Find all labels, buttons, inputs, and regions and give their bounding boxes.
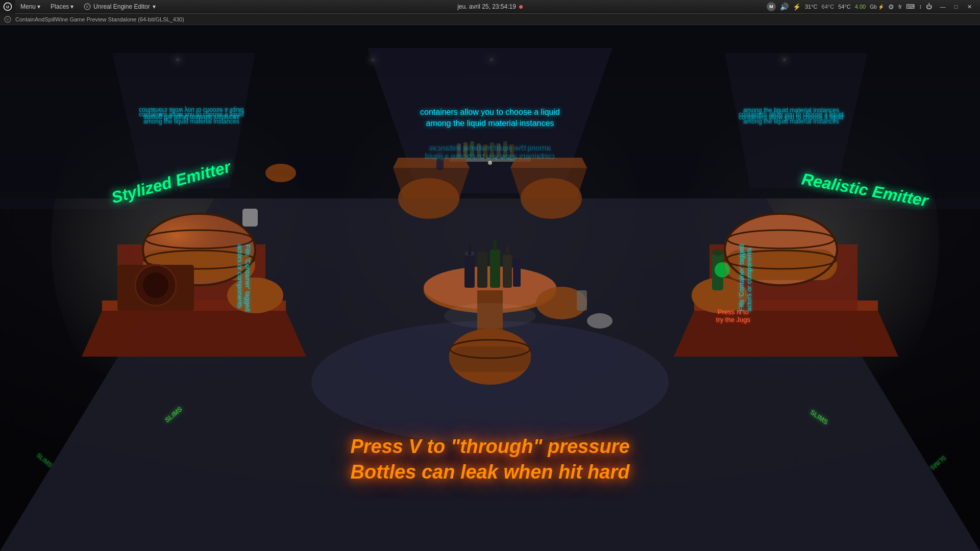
expand-icon: ↕ <box>919 3 922 10</box>
ceiling-light-center <box>490 58 493 61</box>
settings-icon: ⚙ <box>888 3 894 11</box>
ue-logo: U <box>0 0 15 14</box>
menu-button[interactable]: Menu ▾ <box>15 0 45 13</box>
center-info-box: containers allow you to choose a liquid … <box>401 107 579 130</box>
center-info-mirror: pᴉnbᴉl ɐ ǝsoɔɥɔ oʇ noʎ ʍollɐ sɹǝuᴉɐʇuoɔ … <box>403 145 577 161</box>
subtitle-bar: U ContainAndSpillWine Game Preview Stand… <box>0 14 980 25</box>
ceiling-light-center-left <box>372 58 375 61</box>
center-info-line1: containers allow you to choose a liquid <box>401 107 579 118</box>
bluetooth-icon: ⚡ <box>793 3 801 11</box>
fps: 4.00 <box>855 4 866 10</box>
lang: fr <box>898 4 902 10</box>
right-info-normal: containers allow you to choose a liquid … <box>720 111 863 125</box>
m-badge: M <box>767 2 776 11</box>
sound-icon: 🔊 <box>780 3 789 11</box>
fills-label-right: Fills 'Container' tagged actors or compo… <box>738 244 753 311</box>
svg-text:U: U <box>7 18 9 21</box>
game-viewport[interactable]: Stylized Emitter Realistic Emitter conta… <box>0 25 980 551</box>
places-button[interactable]: Places ▾ <box>45 0 79 13</box>
temp2: 64°C <box>822 4 835 10</box>
power-icon: ⏻ <box>926 3 932 10</box>
top-bar-center: jeu. avril 25, 23:54:19 <box>457 3 523 10</box>
subtitle-ue-logo: U <box>4 16 11 23</box>
svg-text:U: U <box>6 5 9 9</box>
ceiling-light-right <box>783 58 786 61</box>
network-icon: ⌨ <box>906 3 915 10</box>
left-info-normal: containers allow you to choose a liquid … <box>120 111 263 125</box>
ue-small-icon: U <box>84 3 91 10</box>
center-info-line2: among the liquid material instances <box>401 118 579 129</box>
press-v-text: Press V to "through" pressure Bottles ca… <box>350 434 629 485</box>
ue-editor-button[interactable]: U Unreal Engine Editor ▾ <box>79 0 161 13</box>
ue-logo-icon: U <box>3 2 12 11</box>
top-bar-right: M 🔊 ⚡ 31°C 64°C 54°C 4.00 Gb ⚡ ⚙ fr ⌨ ↕ … <box>767 0 980 14</box>
fps-unit: Gb ⚡ <box>870 4 884 10</box>
subtitle-text: ContainAndSpillWine Game Preview Standal… <box>15 16 184 22</box>
close-button[interactable]: ✕ <box>963 0 976 14</box>
temp1: 31°C <box>805 4 818 10</box>
fills-label-left: Fills 'Container' tagged actors or compo… <box>236 244 252 311</box>
top-bar: U Menu ▾ Places ▾ U Unreal Engine Editor… <box>0 0 980 14</box>
svg-text:U: U <box>86 5 88 8</box>
top-bar-left: U Menu ▾ Places ▾ U Unreal Engine Editor… <box>0 0 161 13</box>
window-controls: — □ ✕ <box>936 0 976 14</box>
maximize-button[interactable]: □ <box>949 0 963 14</box>
ceiling-light-left <box>176 58 179 61</box>
press-n10-label: Press N to try the Jugs <box>716 308 750 323</box>
minimize-button[interactable]: — <box>936 0 949 14</box>
temp3: 54°C <box>838 4 851 10</box>
recording-dot <box>519 5 523 9</box>
